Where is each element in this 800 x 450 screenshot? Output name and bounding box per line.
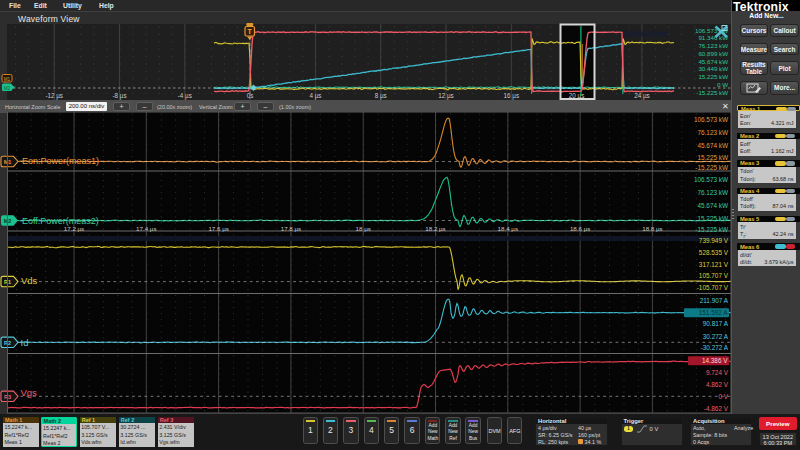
- svg-text:14.386 V: 14.386 V: [702, 357, 728, 364]
- svg-text:12 µs: 12 µs: [438, 92, 454, 100]
- svg-text:18.2 µs: 18.2 µs: [425, 225, 445, 232]
- svg-text:528.535 V: 528.535 V: [699, 249, 729, 256]
- svg-text:-15.225 kW: -15.225 kW: [696, 89, 728, 96]
- svg-text:151.592 A: 151.592 A: [699, 309, 729, 316]
- svg-text:-4.862 V: -4.862 V: [704, 405, 729, 412]
- svg-text:76.123 kW: 76.123 kW: [697, 189, 729, 196]
- svg-text:17.8 µs: 17.8 µs: [281, 225, 301, 232]
- svg-text:9.724 V: 9.724 V: [706, 369, 729, 376]
- svg-text:76.123 kW: 76.123 kW: [698, 42, 728, 49]
- svg-text:211.907 A: 211.907 A: [700, 297, 729, 304]
- svg-text:739.949 V: 739.949 V: [699, 237, 729, 244]
- svg-text:15.225 kW: 15.225 kW: [697, 154, 729, 161]
- svg-text:90.817 A: 90.817 A: [703, 320, 729, 327]
- svg-text:60.899 kW: 60.899 kW: [698, 50, 728, 57]
- svg-text:0 W: 0 W: [717, 81, 728, 88]
- svg-text:Vds: Vds: [21, 275, 38, 286]
- svg-text:17.2 µs: 17.2 µs: [64, 225, 84, 232]
- svg-text:18.8 µs: 18.8 µs: [642, 225, 662, 232]
- svg-text:M1: M1: [4, 77, 11, 82]
- svg-text:18 µs: 18 µs: [356, 225, 371, 232]
- svg-text:4 µs: 4 µs: [309, 92, 321, 100]
- svg-text:15.225 kW: 15.225 kW: [697, 215, 729, 222]
- svg-text:Eon:Power(meas1): Eon:Power(meas1): [22, 156, 99, 166]
- svg-text:Eoff:Power(meas2): Eoff:Power(meas2): [22, 216, 99, 226]
- svg-text:17.6 µs: 17.6 µs: [208, 225, 228, 232]
- svg-text:8 µs: 8 µs: [375, 92, 387, 100]
- svg-text:317.121 V: 317.121 V: [699, 261, 729, 268]
- svg-text:-30.272 A: -30.272 A: [701, 344, 729, 351]
- svg-text:-105.707 V: -105.707 V: [697, 284, 729, 291]
- svg-text:16 µs: 16 µs: [504, 92, 520, 100]
- svg-text:76.123 kW: 76.123 kW: [697, 129, 729, 136]
- svg-text:-12 µs: -12 µs: [45, 92, 63, 100]
- svg-text:30.449 kW: 30.449 kW: [698, 65, 728, 72]
- svg-text:-15.225 kW: -15.225 kW: [695, 164, 729, 171]
- svg-text:105.707 V: 105.707 V: [699, 272, 729, 279]
- svg-text:-4 µs: -4 µs: [178, 92, 192, 100]
- svg-text:M2: M2: [4, 86, 11, 91]
- svg-text:17.4 µs: 17.4 µs: [136, 225, 156, 232]
- svg-text:4.862 V: 4.862 V: [706, 381, 729, 388]
- svg-text:Id: Id: [21, 337, 29, 348]
- svg-text:-15.225 kW: -15.225 kW: [695, 226, 729, 233]
- svg-text:18.4 µs: 18.4 µs: [498, 225, 518, 232]
- svg-text:106.573 kW: 106.573 kW: [694, 116, 729, 123]
- svg-text:45.674 kW: 45.674 kW: [697, 202, 729, 209]
- svg-text:45.674 kW: 45.674 kW: [697, 142, 729, 149]
- svg-text:0s: 0s: [247, 92, 254, 99]
- svg-text:18.6 µs: 18.6 µs: [570, 225, 590, 232]
- svg-text:106.573 kW: 106.573 kW: [694, 176, 729, 183]
- svg-text:15.225 kW: 15.225 kW: [698, 73, 728, 80]
- svg-text:30.272 A: 30.272 A: [703, 333, 729, 340]
- svg-text:24 µs: 24 µs: [634, 92, 650, 100]
- svg-text:-8 µs: -8 µs: [112, 92, 126, 100]
- svg-text:45.674 kW: 45.674 kW: [698, 58, 728, 65]
- svg-text:T: T: [248, 28, 253, 35]
- svg-text:0 V: 0 V: [718, 393, 728, 400]
- svg-text:Vgs: Vgs: [21, 387, 38, 398]
